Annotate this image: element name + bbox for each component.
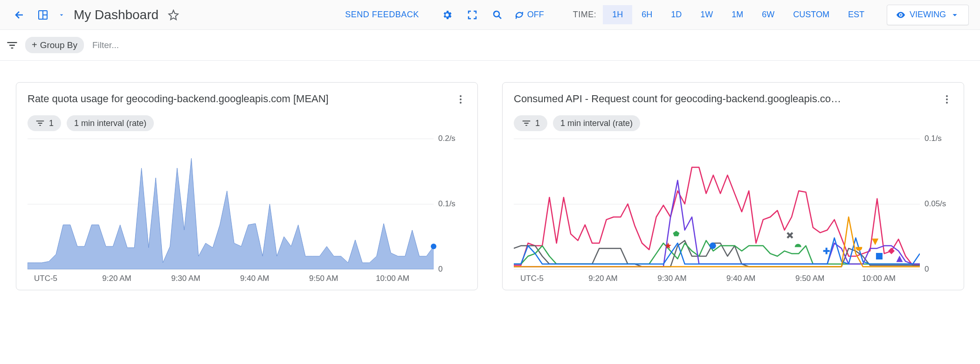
time-1w[interactable]: 1W: [691, 5, 722, 24]
filter-count-chip[interactable]: 1: [514, 115, 547, 131]
filter-count-label: 1: [49, 119, 54, 128]
x-tick: 9:40 AM: [706, 274, 775, 283]
chart-card-quota: Rate quota usage for geocoding-backend.g…: [16, 82, 478, 290]
y-axis: 0.1/s 0.05/s 0: [920, 139, 952, 269]
dashboard-dropdown-icon[interactable]: [58, 7, 65, 23]
auto-refresh-toggle[interactable]: OFF: [514, 10, 544, 20]
filter-input[interactable]: [90, 36, 230, 54]
x-tick: 9:40 AM: [220, 274, 289, 283]
card-header: Consumed API - Request count for geocodi…: [507, 91, 959, 115]
filter-count-chip[interactable]: 1: [28, 115, 61, 131]
x-axis: UTC-5 9:20 AM 9:30 AM 9:40 AM 9:50 AM 10…: [28, 269, 466, 285]
header-left: My Dashboard: [11, 7, 179, 23]
x-tick: 10:00 AM: [358, 274, 427, 283]
time-custom[interactable]: CUSTOM: [784, 5, 839, 24]
chart-card-requests: Consumed API - Request count for geocodi…: [502, 82, 964, 290]
svg-point-6: [460, 98, 462, 100]
card-title: Consumed API - Request count for geocodi…: [514, 93, 937, 105]
x-tick: 9:20 AM: [83, 274, 152, 283]
svg-point-5: [460, 95, 462, 97]
x-tick: 10:00 AM: [844, 274, 913, 283]
gear-icon[interactable]: [439, 7, 455, 23]
star-icon[interactable]: [168, 9, 179, 21]
time-1h[interactable]: 1H: [603, 5, 632, 24]
x-tick: 9:30 AM: [151, 274, 220, 283]
interval-label: 1 min interval (rate): [74, 119, 146, 128]
time-1m[interactable]: 1M: [722, 5, 752, 24]
time-6h[interactable]: 6H: [632, 5, 662, 24]
more-icon[interactable]: [941, 94, 952, 105]
interval-chip[interactable]: 1 min interval (rate): [67, 115, 154, 131]
auto-refresh-label: OFF: [527, 10, 544, 20]
filter-list-icon: [35, 118, 45, 128]
svg-point-8: [946, 95, 948, 97]
x-tick: 9:50 AM: [289, 274, 358, 283]
y-tick: 0.05/s: [925, 199, 946, 209]
y-tick: 0.1/s: [438, 199, 455, 209]
y-axis: 0.2/s 0.1/s 0: [434, 139, 466, 269]
x-tick-tz: UTC-5: [520, 274, 569, 283]
eye-icon: [896, 10, 906, 20]
time-label: TIME:: [566, 10, 603, 20]
header-toolbar: My Dashboard SEND FEEDBACK OFF TIME: 1H …: [0, 0, 980, 30]
plus-icon: +: [32, 40, 37, 50]
chart-plot[interactable]: [28, 139, 434, 269]
time-range-group: TIME: 1H 6H 1D 1W 1M 6W CUSTOM EST: [566, 5, 874, 24]
y-tick: 0: [438, 265, 442, 274]
card-chips: 1 1 min interval (rate): [21, 115, 473, 139]
card-chips: 1 1 min interval (rate): [507, 115, 959, 139]
viewing-mode-button[interactable]: VIEWING: [887, 5, 969, 25]
svg-point-4: [900, 14, 902, 16]
chart-area: 0.2/s 0.1/s 0 UTC-5 9:20 AM 9:30 AM 9:40…: [21, 139, 473, 285]
filter-list-icon[interactable]: [6, 39, 19, 52]
svg-point-11: [710, 243, 716, 249]
group-by-label: Group By: [40, 40, 77, 50]
filter-count-label: 1: [535, 119, 540, 128]
y-tick: 0.1/s: [925, 134, 942, 143]
y-tick: 0.2/s: [438, 134, 455, 143]
group-by-chip[interactable]: + Group By: [25, 37, 84, 53]
card-title: Rate quota usage for geocoding-backend.g…: [28, 93, 450, 105]
back-icon[interactable]: [11, 7, 28, 23]
time-6w[interactable]: 6W: [752, 5, 784, 24]
header-action-icons: OFF: [439, 7, 544, 23]
svg-point-10: [946, 102, 948, 104]
card-header: Rate quota usage for geocoding-backend.g…: [21, 91, 473, 115]
viewing-label: VIEWING: [910, 10, 946, 20]
reset-zoom-icon[interactable]: [489, 7, 506, 23]
chart-plot[interactable]: [514, 139, 920, 269]
page-title: My Dashboard: [74, 7, 159, 22]
svg-point-7: [460, 102, 462, 104]
more-icon[interactable]: [455, 94, 466, 105]
y-tick: 0: [925, 265, 929, 274]
send-feedback-link[interactable]: SEND FEEDBACK: [338, 10, 426, 20]
filter-subbar: + Group By: [0, 30, 980, 61]
time-timezone[interactable]: EST: [839, 5, 874, 24]
x-tick-tz: UTC-5: [34, 274, 83, 283]
x-tick: 9:30 AM: [637, 274, 706, 283]
interval-label: 1 min interval (rate): [560, 119, 633, 128]
x-tick: 9:50 AM: [775, 274, 844, 283]
dashboard-icon[interactable]: [35, 7, 51, 23]
time-1d[interactable]: 1D: [662, 5, 691, 24]
fullscreen-icon[interactable]: [464, 7, 481, 23]
chevron-down-icon: [950, 10, 960, 20]
interval-chip[interactable]: 1 min interval (rate): [553, 115, 640, 131]
x-axis: UTC-5 9:20 AM 9:30 AM 9:40 AM 9:50 AM 10…: [514, 269, 952, 285]
svg-point-9: [946, 98, 948, 100]
filter-list-icon: [521, 118, 531, 128]
chart-area: 0.1/s 0.05/s 0 UTC-5 9:20 AM 9:30 AM 9:4…: [507, 139, 959, 285]
dashboard-content: Rate quota usage for geocoding-backend.g…: [0, 61, 980, 312]
x-tick: 9:20 AM: [569, 274, 638, 283]
